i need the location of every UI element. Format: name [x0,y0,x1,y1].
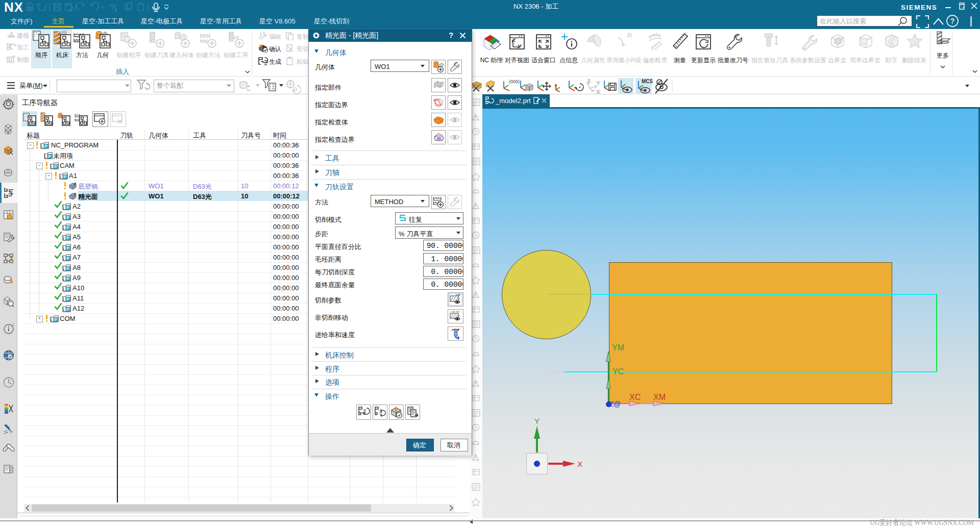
svg-text:MCS: MCS [642,79,653,84]
svg-text:@: @ [614,400,621,408]
svg-text:Y: Y [534,417,540,425]
svg-text:X: X [597,89,600,94]
svg-text:Z: Z [587,79,591,84]
svg-text:Y: Y [597,81,600,86]
svg-text:(000): (000) [509,79,520,84]
svg-text:?: ? [950,17,955,25]
svg-text:R: R [627,33,632,39]
svg-text:YC: YC [612,367,624,376]
svg-text:X: X [577,460,582,468]
svg-text:YM: YM [612,343,624,352]
svg-text:XM: XM [653,393,666,401]
svg-text:XC: XC [629,393,641,401]
